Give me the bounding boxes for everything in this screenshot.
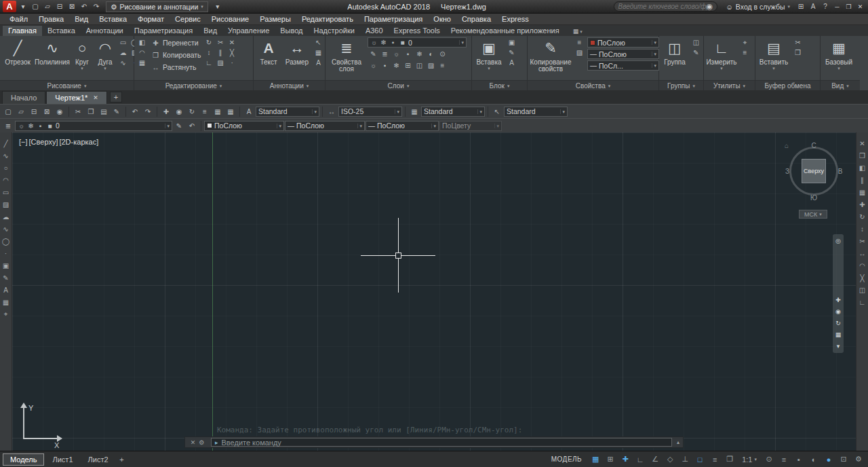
hatch-icon[interactable]: ▨ <box>1 199 12 210</box>
tab-home[interactable]: Главная <box>3 26 42 36</box>
search-input[interactable] <box>618 3 707 10</box>
new-file-icon[interactable]: ▢ <box>2 106 14 117</box>
fillet-icon[interactable]: ◠ <box>857 260 868 271</box>
layer-tool-icon[interactable]: ◐ <box>425 49 437 59</box>
array-icon[interactable]: ▦ <box>857 187 868 198</box>
erase-icon[interactable]: ✕ <box>857 138 868 149</box>
ribbon-collapse-button[interactable]: ▦ ▾ <box>570 28 585 36</box>
undo-icon[interactable]: ↶ <box>79 1 90 12</box>
paste-button[interactable]: ▤ Вставить ▾ <box>757 37 790 71</box>
lineweight-control-dropdown[interactable]: — ПоСлою ▾ <box>366 121 439 131</box>
spline-icon[interactable]: ∿ <box>117 58 129 68</box>
menu-view[interactable]: Вид <box>69 15 94 23</box>
exchange-cart-icon[interactable]: ⊞ <box>795 1 806 12</box>
rectangle-icon[interactable]: ▭ <box>1 187 12 198</box>
panel-label-utilities[interactable]: Утилиты ▾ <box>704 80 755 90</box>
minimize-button[interactable]: ─ <box>832 1 842 12</box>
menu-parametric[interactable]: Параметризация <box>359 15 428 23</box>
copy-icon[interactable]: ❐ <box>85 106 97 117</box>
measure-button[interactable]: ∟ Измерить ▾ <box>706 37 737 71</box>
color-control-dropdown[interactable]: ПоСлою ▾ <box>204 121 284 131</box>
dim-style-dropdown[interactable]: ISO-25 ▾ <box>338 107 402 117</box>
insert-block-icon[interactable]: ▣ <box>1 260 12 271</box>
lineweight-dropdown[interactable]: — ПоСлою ▾ <box>587 49 659 59</box>
search-icon[interactable]: ◉ <box>707 2 713 11</box>
compass-south[interactable]: Ю <box>810 194 817 202</box>
object-snap-toggle-icon[interactable]: □ <box>693 453 707 466</box>
spline-icon[interactable]: ∿ <box>1 223 12 234</box>
layer-dropdown[interactable]: ☼ ❄ ▪ ■ 0 ▾ <box>15 121 172 131</box>
file-tab-drawing1[interactable]: Чертеж1* ✕ <box>46 91 107 104</box>
layer-previous-icon[interactable]: ↶ <box>186 120 198 132</box>
graphics-performance-icon[interactable]: ● <box>822 453 835 466</box>
panel-label-clipboard[interactable]: Буфер обмена <box>755 80 820 90</box>
save-icon[interactable]: ⊟ <box>28 106 40 117</box>
move-button[interactable]: ✚ Перенести <box>150 37 201 48</box>
tab-layout1[interactable]: Лист1 <box>45 453 79 466</box>
tab-parametric[interactable]: Параметризация <box>129 26 198 36</box>
help-icon[interactable]: ? <box>820 1 831 12</box>
text-style-dropdown[interactable]: Standard ▾ <box>256 107 319 117</box>
orbit-icon[interactable]: ↻ <box>186 106 198 117</box>
scale-icon[interactable]: ↕ <box>203 48 215 58</box>
trim-icon[interactable]: ✂ <box>857 236 868 246</box>
pan-icon[interactable]: ✚ <box>160 106 172 117</box>
create-block-icon[interactable]: ▣ <box>506 37 517 48</box>
attributes-icon[interactable]: A <box>506 58 517 68</box>
array-icon[interactable]: ▦ <box>136 58 148 68</box>
panel-label-draw[interactable]: Рисование ▾ <box>0 80 134 90</box>
close-button[interactable]: ✕ <box>855 1 865 12</box>
cut-icon[interactable]: ✂ <box>72 106 84 117</box>
group-edit-icon[interactable]: ✎ <box>690 48 702 58</box>
polar-tracking-toggle-icon[interactable]: ∠ <box>648 453 662 466</box>
measure-icon[interactable]: ∟ <box>857 297 868 307</box>
plot-icon[interactable]: ⊠ <box>66 1 77 12</box>
circle-button[interactable]: ○ Круг ▾ <box>71 37 93 71</box>
arc-icon[interactable]: ◠ <box>1 174 12 185</box>
plot-icon[interactable]: ⊠ <box>41 106 53 117</box>
layer-tool-icon[interactable]: ▨ <box>425 60 437 71</box>
selection-cycling-toggle-icon[interactable]: ❐ <box>723 453 736 466</box>
make-block-icon[interactable]: ✎ <box>1 272 12 283</box>
toolpalettes-icon[interactable]: ▦ <box>224 106 237 117</box>
scale-icon[interactable]: ↕ <box>857 223 868 234</box>
model-space-indicator[interactable]: МОДЕЛЬ <box>551 455 582 463</box>
rotate-icon[interactable]: ↻ <box>857 211 868 222</box>
properties-list-icon[interactable]: ≡ <box>574 37 585 48</box>
polyline-icon[interactable]: ∿ <box>1 150 12 161</box>
fillet-icon[interactable]: ◠ <box>136 48 148 58</box>
match-properties-button[interactable]: ✎ Копирование свойств <box>530 37 572 73</box>
file-tab-start[interactable]: Начало <box>2 91 45 104</box>
panel-label-modify[interactable]: Редактирование ▾ <box>134 80 253 90</box>
drawing-canvas[interactable]: [−] [Сверху] [2D-каркас] ⌂ Сверху С Ю З … <box>12 132 856 451</box>
edit-block-icon[interactable]: ✎ <box>506 48 517 58</box>
tab-express-tools[interactable]: Express Tools <box>389 26 446 36</box>
plot-preview-icon[interactable]: ◉ <box>54 106 66 117</box>
ucs-dropdown-badge[interactable]: МСК ▾ <box>799 210 827 219</box>
layer-tool-icon[interactable]: ◫ <box>414 60 425 71</box>
stretch-button[interactable]: ↔ Растянуть <box>150 62 201 73</box>
erase-icon[interactable]: ✕ <box>226 37 238 48</box>
menu-dimension[interactable]: Размеры <box>254 15 296 23</box>
copy-clip-icon[interactable]: ❐ <box>792 48 804 58</box>
customize-gear-icon[interactable]: ⚙ <box>852 453 865 466</box>
explode-icon[interactable]: ╳ <box>857 272 868 283</box>
menu-draw[interactable]: Рисование <box>206 15 254 23</box>
menu-window[interactable]: Окно <box>428 15 456 23</box>
insert-block-button[interactable]: ▣ Вставка ▾ <box>474 37 504 71</box>
rotate-icon[interactable]: ↻ <box>203 37 215 48</box>
layer-properties-icon[interactable]: ≣ <box>2 120 14 132</box>
linetype-control-dropdown[interactable]: — ПоСлою ▾ <box>285 121 365 131</box>
menu-browser-caret-icon[interactable]: ▾ <box>18 1 28 12</box>
layer-tool-icon[interactable]: ❄ <box>391 60 402 71</box>
undo-icon[interactable]: ↶ <box>129 106 141 117</box>
text-icon[interactable]: A <box>1 284 12 295</box>
transparency-icon[interactable]: ▨ <box>574 48 585 58</box>
stretch-icon[interactable]: ↔ <box>857 248 868 259</box>
menu-file[interactable]: Файл <box>4 15 33 23</box>
workspace-switcher[interactable]: ⚙ Рисование и аннотации ▾ <box>106 1 208 12</box>
tab-annotate[interactable]: Аннотации <box>81 26 129 36</box>
layer-tool-icon[interactable]: ▪ <box>379 60 391 71</box>
menu-help[interactable]: Справка <box>456 15 496 23</box>
save-icon[interactable]: ⊟ <box>54 1 65 12</box>
